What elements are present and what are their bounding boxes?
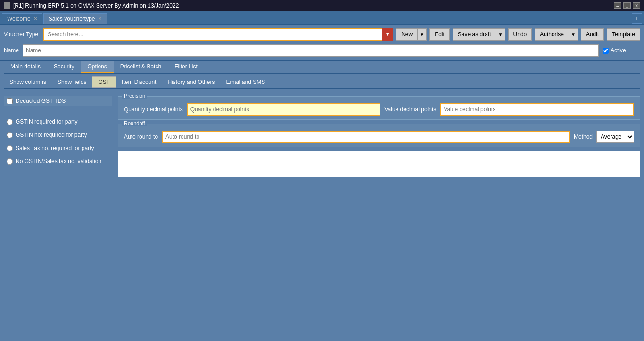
authorise-button[interactable]: Authorise [535,28,569,41]
title-bar-text: [R1] Running ERP 5.1 on CMAX Server By A… [13,2,179,9]
name-label: Name [4,47,19,54]
gstin-required-radio[interactable] [7,119,13,125]
close-button[interactable]: ✕ [633,2,640,9]
tab-options[interactable]: Options [81,61,113,73]
active-checkbox[interactable] [603,48,609,54]
precision-row: Quantity decimal points Value decimal po… [124,103,634,116]
tab-filter-list[interactable]: Filter List [168,61,204,73]
add-tab-button[interactable]: + [632,13,642,24]
subtab-email-sms[interactable]: Email and SMS [221,76,271,88]
roundoff-fieldset: Roundoff Auto round to Method Average Up… [118,124,640,147]
roundoff-row: Auto round to Method Average Up Down [124,131,634,143]
window-controls: – □ ✕ [614,2,640,9]
search-container: ▼ [43,28,393,41]
gstin-not-required-radio[interactable] [7,132,13,138]
bottom-textarea[interactable] [118,151,640,177]
gstin-required-item: GSTIN required for party [4,117,112,126]
gstin-not-required-label: GSTIN not required for party [16,132,87,138]
content-area: Deducted GST TDS GSTIN required for part… [4,92,640,177]
search-dropdown-arrow[interactable]: ▼ [382,28,393,41]
method-select[interactable]: Average Up Down [596,131,634,143]
right-panel: Precision Quantity decimal points Value … [118,96,640,177]
authorise-arrow[interactable]: ▼ [569,28,578,41]
maximize-button[interactable]: □ [623,2,631,9]
authorise-group: Authorise ▼ [535,28,578,41]
precision-fieldset: Precision Quantity decimal points Value … [118,96,640,120]
quantity-decimal-label: Quantity decimal points [124,106,183,113]
template-button[interactable]: Template [607,28,640,41]
auto-round-input[interactable] [162,131,570,143]
new-button[interactable]: New [396,28,417,41]
voucher-type-label: Voucher Type [4,31,38,38]
tab-welcome[interactable]: Welcome ✕ [2,13,42,24]
left-panel: Deducted GST TDS GSTIN required for part… [4,96,112,177]
gstin-not-required-item: GSTIN not required for party [4,130,112,140]
roundoff-legend: Roundoff [122,120,147,126]
tab-security[interactable]: Security [47,61,81,73]
active-label: Active [611,47,626,54]
title-bar: [R1] Running ERP 5.1 on CMAX Server By A… [0,0,644,11]
edit-button[interactable]: Edit [429,28,450,41]
subtab-show-fields[interactable]: Show fields [52,76,92,88]
save-as-draft-arrow[interactable]: ▼ [496,28,505,41]
new-dropdown-arrow[interactable]: ▼ [417,28,427,41]
audit-button[interactable]: Audit [581,28,604,41]
tab-sales-vouchertype-label: Sales vouchertype [49,16,95,22]
app-icon [4,2,10,9]
subtab-item-discount[interactable]: Item Discount [116,76,162,88]
search-input[interactable] [43,28,393,41]
no-gstin-validation-radio[interactable] [7,158,13,165]
tab-bar: Welcome ✕ Sales vouchertype ✕ + [0,11,644,25]
value-decimal-label: Value decimal points [384,106,436,113]
subtab-history-others[interactable]: History and Others [162,76,220,88]
precision-legend: Precision [122,93,147,99]
main-content: Voucher Type ▼ New ▼ Edit Save as draft … [0,25,644,181]
value-decimal-input[interactable] [440,103,634,116]
deducted-gst-tds-item: Deducted GST TDS [4,96,112,106]
subtab-show-columns[interactable]: Show columns [4,76,52,88]
tab-sales-vouchertype[interactable]: Sales vouchertype ✕ [43,13,107,24]
deducted-gst-tds-checkbox[interactable] [7,98,13,104]
sales-tax-required-radio[interactable] [7,145,13,151]
sales-tax-required-item: Sales Tax no. required for party [4,143,112,153]
section-tabs: Main details Security Options Pricelist … [4,61,640,74]
quantity-decimal-input[interactable] [187,103,381,116]
deducted-gst-tds-label: Deducted GST TDS [16,98,66,104]
tab-sales-close[interactable]: ✕ [98,16,102,21]
save-as-draft-group: Save as draft ▼ [453,28,505,41]
active-checkbox-container: Active [603,47,640,54]
tab-pricelist-batch[interactable]: Pricelist & Batch [114,61,168,73]
name-input[interactable] [23,44,599,57]
gstin-required-label: GSTIN required for party [16,118,77,125]
tab-main-details[interactable]: Main details [4,61,47,73]
minimize-button[interactable]: – [614,2,621,9]
sub-tabs: Show columns Show fields GST Item Discou… [4,74,640,89]
tab-welcome-label: Welcome [7,16,31,22]
sales-tax-required-label: Sales Tax no. required for party [16,145,94,151]
tab-welcome-close[interactable]: ✕ [33,16,37,21]
save-as-draft-button[interactable]: Save as draft [453,28,496,41]
toolbar: Voucher Type ▼ New ▼ Edit Save as draft … [4,28,640,41]
new-button-group: New ▼ [396,28,427,41]
no-gstin-validation-label: No GSTIN/Sales tax no. validation [16,158,101,165]
name-row: Name Active [4,44,640,57]
no-gstin-validation-item: No GSTIN/Sales tax no. validation [4,157,112,166]
subtab-gst[interactable]: GST [92,76,116,88]
undo-button[interactable]: Undo [508,28,532,41]
method-label: Method [574,133,593,140]
auto-round-label: Auto round to [124,133,158,140]
